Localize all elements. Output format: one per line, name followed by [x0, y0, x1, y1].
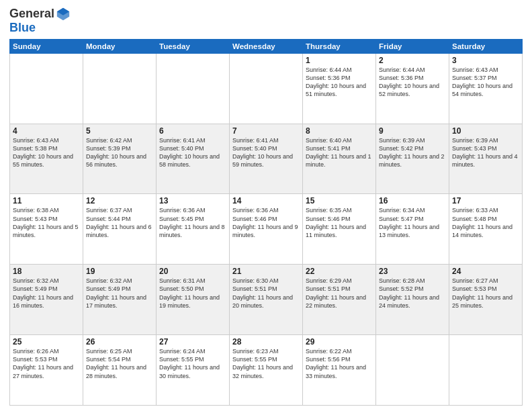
calendar-cell	[449, 335, 523, 406]
day-number: 5	[86, 126, 153, 136]
calendar-cell: 20Sunrise: 6:31 AM Sunset: 5:50 PM Dayli…	[157, 265, 230, 335]
calendar-cell	[157, 53, 230, 124]
day-info: Sunrise: 6:25 AM Sunset: 5:54 PM Dayligh…	[86, 347, 153, 380]
calendar-cell: 21Sunrise: 6:30 AM Sunset: 5:51 PM Dayli…	[230, 265, 303, 335]
day-info: Sunrise: 6:22 AM Sunset: 5:56 PM Dayligh…	[306, 347, 373, 380]
day-number: 24	[452, 267, 519, 276]
day-number: 6	[159, 126, 226, 136]
weekday-header-tuesday: Tuesday	[157, 39, 230, 53]
calendar-cell: 16Sunrise: 6:34 AM Sunset: 5:47 PM Dayli…	[376, 194, 449, 265]
day-number: 14	[232, 196, 300, 205]
day-info: Sunrise: 6:37 AM Sunset: 5:44 PM Dayligh…	[86, 206, 153, 239]
day-number: 20	[159, 267, 226, 276]
calendar-cell: 14Sunrise: 6:36 AM Sunset: 5:46 PM Dayli…	[230, 194, 303, 265]
day-number: 11	[13, 196, 80, 205]
calendar-cell: 1Sunrise: 6:44 AM Sunset: 5:36 PM Daylig…	[303, 53, 376, 124]
day-number: 21	[232, 267, 300, 276]
day-number: 23	[379, 267, 446, 276]
calendar-cell	[230, 53, 303, 124]
weekday-header-thursday: Thursday	[303, 39, 376, 53]
day-info: Sunrise: 6:38 AM Sunset: 5:43 PM Dayligh…	[13, 206, 80, 239]
week-row-2: 11Sunrise: 6:38 AM Sunset: 5:43 PM Dayli…	[10, 194, 523, 265]
calendar-cell: 15Sunrise: 6:35 AM Sunset: 5:46 PM Dayli…	[303, 194, 376, 265]
day-number: 29	[306, 337, 373, 347]
calendar-cell: 26Sunrise: 6:25 AM Sunset: 5:54 PM Dayli…	[83, 335, 157, 406]
calendar-cell: 3Sunrise: 6:43 AM Sunset: 5:37 PM Daylig…	[449, 53, 523, 124]
day-number: 19	[86, 267, 153, 276]
week-row-3: 18Sunrise: 6:32 AM Sunset: 5:49 PM Dayli…	[10, 265, 523, 335]
calendar-cell	[376, 335, 449, 406]
weekday-header-wednesday: Wednesday	[230, 39, 303, 53]
calendar-cell	[10, 53, 83, 124]
calendar-cell: 22Sunrise: 6:29 AM Sunset: 5:51 PM Dayli…	[303, 265, 376, 335]
day-info: Sunrise: 6:43 AM Sunset: 5:37 PM Dayligh…	[452, 66, 519, 99]
day-number: 13	[159, 196, 226, 205]
day-info: Sunrise: 6:41 AM Sunset: 5:40 PM Dayligh…	[159, 136, 226, 169]
weekday-header-saturday: Saturday	[449, 39, 523, 53]
week-row-0: 1Sunrise: 6:44 AM Sunset: 5:36 PM Daylig…	[10, 53, 523, 124]
weekday-header-sunday: Sunday	[10, 39, 83, 53]
calendar-cell: 18Sunrise: 6:32 AM Sunset: 5:49 PM Dayli…	[10, 265, 83, 335]
day-info: Sunrise: 6:27 AM Sunset: 5:53 PM Dayligh…	[452, 277, 519, 310]
day-info: Sunrise: 6:43 AM Sunset: 5:38 PM Dayligh…	[13, 136, 80, 169]
calendar-cell: 7Sunrise: 6:41 AM Sunset: 5:40 PM Daylig…	[230, 124, 303, 194]
day-info: Sunrise: 6:24 AM Sunset: 5:55 PM Dayligh…	[159, 347, 226, 380]
day-number: 28	[232, 337, 300, 347]
day-info: Sunrise: 6:32 AM Sunset: 5:49 PM Dayligh…	[86, 277, 153, 310]
day-number: 22	[306, 267, 373, 276]
day-info: Sunrise: 6:35 AM Sunset: 5:46 PM Dayligh…	[306, 206, 373, 239]
calendar-cell: 6Sunrise: 6:41 AM Sunset: 5:40 PM Daylig…	[157, 124, 230, 194]
calendar-cell: 25Sunrise: 6:26 AM Sunset: 5:53 PM Dayli…	[10, 335, 83, 406]
calendar-cell: 4Sunrise: 6:43 AM Sunset: 5:38 PM Daylig…	[10, 124, 83, 194]
day-number: 1	[306, 56, 373, 65]
calendar-cell: 2Sunrise: 6:44 AM Sunset: 5:36 PM Daylig…	[376, 53, 449, 124]
calendar-cell: 28Sunrise: 6:23 AM Sunset: 5:55 PM Dayli…	[230, 335, 303, 406]
day-info: Sunrise: 6:23 AM Sunset: 5:55 PM Dayligh…	[232, 347, 300, 380]
logo-blue-text: Blue	[9, 21, 36, 34]
day-number: 12	[86, 196, 153, 205]
weekday-header-friday: Friday	[376, 39, 449, 53]
day-info: Sunrise: 6:28 AM Sunset: 5:52 PM Dayligh…	[379, 277, 446, 310]
day-info: Sunrise: 6:39 AM Sunset: 5:43 PM Dayligh…	[452, 136, 519, 169]
calendar-cell: 5Sunrise: 6:42 AM Sunset: 5:39 PM Daylig…	[83, 124, 157, 194]
day-info: Sunrise: 6:29 AM Sunset: 5:51 PM Dayligh…	[306, 277, 373, 310]
day-number: 2	[379, 56, 446, 65]
calendar-cell: 19Sunrise: 6:32 AM Sunset: 5:49 PM Dayli…	[83, 265, 157, 335]
day-info: Sunrise: 6:44 AM Sunset: 5:36 PM Dayligh…	[306, 66, 373, 99]
week-row-4: 25Sunrise: 6:26 AM Sunset: 5:53 PM Dayli…	[10, 335, 523, 406]
calendar-cell: 11Sunrise: 6:38 AM Sunset: 5:43 PM Dayli…	[10, 194, 83, 265]
calendar-cell: 23Sunrise: 6:28 AM Sunset: 5:52 PM Dayli…	[376, 265, 449, 335]
day-info: Sunrise: 6:34 AM Sunset: 5:47 PM Dayligh…	[379, 206, 446, 239]
calendar-cell: 8Sunrise: 6:40 AM Sunset: 5:41 PM Daylig…	[303, 124, 376, 194]
day-info: Sunrise: 6:39 AM Sunset: 5:42 PM Dayligh…	[379, 136, 446, 169]
calendar-cell: 9Sunrise: 6:39 AM Sunset: 5:42 PM Daylig…	[376, 124, 449, 194]
day-number: 17	[452, 196, 519, 205]
calendar-table: SundayMondayTuesdayWednesdayThursdayFrid…	[9, 39, 523, 406]
day-number: 25	[13, 337, 80, 347]
day-info: Sunrise: 6:42 AM Sunset: 5:39 PM Dayligh…	[86, 136, 153, 169]
calendar-cell	[83, 53, 157, 124]
day-info: Sunrise: 6:36 AM Sunset: 5:45 PM Dayligh…	[159, 206, 226, 239]
calendar-cell: 24Sunrise: 6:27 AM Sunset: 5:53 PM Dayli…	[449, 265, 523, 335]
week-row-1: 4Sunrise: 6:43 AM Sunset: 5:38 PM Daylig…	[10, 124, 523, 194]
day-number: 26	[86, 337, 153, 347]
logo-general-text: General	[9, 7, 54, 21]
weekday-header-row: SundayMondayTuesdayWednesdayThursdayFrid…	[10, 39, 523, 53]
day-info: Sunrise: 6:33 AM Sunset: 5:48 PM Dayligh…	[452, 206, 519, 239]
calendar-cell: 29Sunrise: 6:22 AM Sunset: 5:56 PM Dayli…	[303, 335, 376, 406]
calendar-cell: 10Sunrise: 6:39 AM Sunset: 5:43 PM Dayli…	[449, 124, 523, 194]
day-info: Sunrise: 6:26 AM Sunset: 5:53 PM Dayligh…	[13, 347, 80, 380]
calendar-cell: 13Sunrise: 6:36 AM Sunset: 5:45 PM Dayli…	[157, 194, 230, 265]
day-number: 9	[379, 126, 446, 136]
day-info: Sunrise: 6:30 AM Sunset: 5:51 PM Dayligh…	[232, 277, 300, 310]
page: General Blue SundayMondayTuesdayWednesda…	[0, 0, 532, 411]
day-number: 10	[452, 126, 519, 136]
day-info: Sunrise: 6:36 AM Sunset: 5:46 PM Dayligh…	[232, 206, 300, 239]
day-number: 4	[13, 126, 80, 136]
day-number: 7	[232, 126, 300, 136]
day-info: Sunrise: 6:41 AM Sunset: 5:40 PM Dayligh…	[232, 136, 300, 169]
weekday-header-monday: Monday	[83, 39, 157, 53]
logo: General Blue	[9, 7, 71, 35]
day-number: 18	[13, 267, 80, 276]
day-number: 27	[159, 337, 226, 347]
